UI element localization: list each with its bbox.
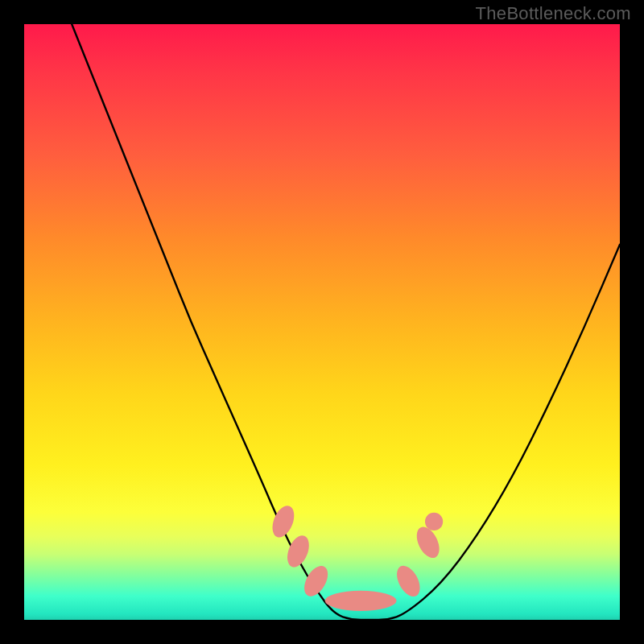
watermark-label: TheBottleneck.com (476, 3, 631, 24)
curve-marker (412, 523, 444, 562)
curve-marker (392, 562, 424, 601)
chart-frame: TheBottleneck.com (0, 0, 644, 644)
curve-marker (325, 591, 397, 611)
curve-layer (24, 24, 620, 620)
curve-marker (425, 513, 443, 530)
curve-marker (299, 562, 332, 601)
bottleneck-curve (72, 24, 620, 620)
marker-layer (268, 502, 444, 611)
plot-area (24, 24, 620, 620)
